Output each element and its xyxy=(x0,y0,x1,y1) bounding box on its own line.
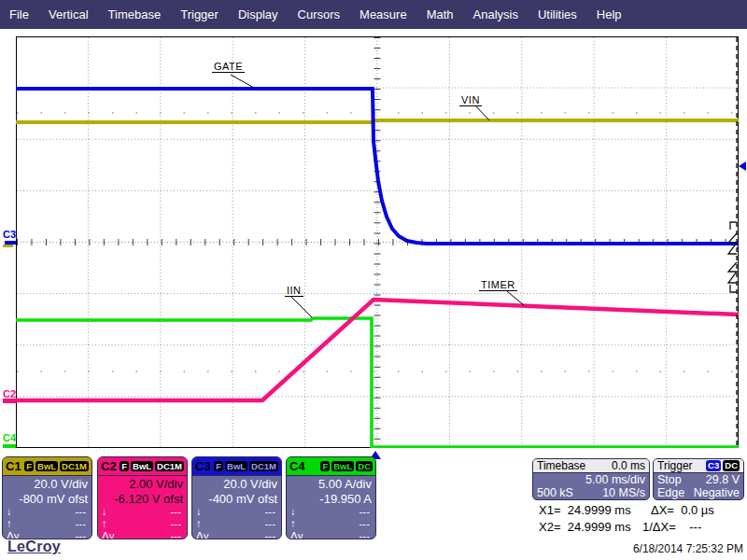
c3-header: C3 F BwL DC1M xyxy=(192,457,281,476)
c3-badge-bwl: BwL xyxy=(225,461,247,472)
c3-badge-f: F xyxy=(214,461,223,472)
max-arrow-icon: ↑ xyxy=(102,518,107,530)
datetime-display: 6/18/2014 7:25:32 PM xyxy=(633,542,743,555)
timebase-rate: 10 MS/s xyxy=(602,486,645,499)
menu-item-analysis[interactable]: Analysis xyxy=(473,7,518,21)
inv-dx-value: --- xyxy=(689,520,701,534)
x2-value: 24.9999 ms xyxy=(568,520,631,534)
c1-badge-f: F xyxy=(24,461,34,472)
c1-badge-coupling: DC1M xyxy=(60,461,89,472)
menu-item-vertical[interactable]: Vertical xyxy=(49,7,89,21)
c4-max-value: --- xyxy=(359,518,371,530)
cursor-dx-readout: ΔX= 0.0 µs xyxy=(651,503,714,517)
trigger-box[interactable]: Trigger C3 DC Stop 29.8 V Edge Negative xyxy=(653,458,744,500)
timebase-samples: 500 kS xyxy=(537,486,573,499)
channel-box-c2[interactable]: C2 F BwL DC1M 2.00 V/div -6.120 V ofst ↓… xyxy=(97,456,188,539)
menu-item-display[interactable]: Display xyxy=(238,7,278,21)
c2-zero-marker[interactable] xyxy=(3,399,16,403)
channel-box-c3[interactable]: C3 F BwL DC1M 20.0 V/div -400 mV ofst ↓-… xyxy=(191,456,282,539)
delta-y-icon: Δy xyxy=(102,530,114,539)
c3-scale: 20.0 V/div xyxy=(192,476,281,491)
c4-badge-f: F xyxy=(320,461,330,472)
c4-dy-value: --- xyxy=(359,530,371,539)
menu-item-help[interactable]: Help xyxy=(597,7,622,21)
min-arrow-icon: ↓ xyxy=(7,506,12,518)
menu-item-math[interactable]: Math xyxy=(427,7,454,21)
trigger-type: Edge xyxy=(657,486,684,499)
trigger-source-badge: C3 xyxy=(706,460,721,471)
menu-bar: File Vertical Timebase Trigger Display C… xyxy=(0,0,747,29)
c2-header: C2 F BwL DC1M xyxy=(98,457,187,476)
cursor-x2-readout: X2= 24.9999 ms xyxy=(539,520,631,534)
c2-offset: -6.120 V ofst xyxy=(98,491,187,506)
c4-min-value: --- xyxy=(359,506,371,518)
c3-min-value: --- xyxy=(265,506,276,518)
inv-dx-label: 1/ΔX= xyxy=(642,520,676,534)
c3-offset: -400 mV ofst xyxy=(192,491,281,506)
trace-iin-c4[interactable] xyxy=(16,318,739,447)
trace-timer-c2[interactable] xyxy=(16,300,739,400)
channel-box-c1[interactable]: C1 F BwL DC1M 20.0 V/div -800 mV ofst ↓-… xyxy=(2,456,92,539)
trigger-level: 29.8 V xyxy=(706,473,740,486)
timebase-box[interactable]: Timebase 0.0 ms 5.00 ms/div 500 kS 10 MS… xyxy=(532,458,650,500)
c3-dy-value: --- xyxy=(265,530,276,539)
c2-badge-f: F xyxy=(120,461,129,472)
menu-item-file[interactable]: File xyxy=(9,7,29,21)
trigger-level-marker[interactable] xyxy=(739,161,746,171)
cursor-invdx-readout: 1/ΔX= --- xyxy=(642,520,701,534)
trigger-coupling-badge: DC xyxy=(723,460,740,471)
c1-max-value: --- xyxy=(76,518,87,530)
trigger-title: Trigger xyxy=(657,459,693,472)
c3-id: C3 xyxy=(195,459,211,473)
trace-annotation-gate[interactable]: GATE xyxy=(212,61,245,73)
c4-badge-bwl: BwL xyxy=(331,461,354,472)
c4-scale: 5.00 A/div xyxy=(287,476,375,491)
lecroy-logo: LeCroy xyxy=(7,539,61,555)
c4-zero-label: C4 xyxy=(3,432,16,443)
delta-y-icon: Δy xyxy=(290,530,303,539)
c1-dy-value: --- xyxy=(76,530,87,539)
menu-item-utilities[interactable]: Utilities xyxy=(538,7,577,21)
channel-box-c4[interactable]: C4 F BwL DC 5.00 A/div -19.950 A ↓--- ↑-… xyxy=(286,456,376,539)
c4-offset: -19.950 A xyxy=(287,491,375,506)
menu-item-measure[interactable]: Measure xyxy=(359,7,407,21)
timebase-delay: 0.0 ms xyxy=(612,459,645,472)
menu-item-timebase[interactable]: Timebase xyxy=(108,7,162,21)
timebase-header: Timebase 0.0 ms xyxy=(533,459,649,473)
trace-annotation-timer[interactable]: TIMER xyxy=(479,279,517,291)
c4-id: C4 xyxy=(289,459,305,473)
c4-zero-marker[interactable] xyxy=(3,444,16,448)
timebase-title: Timebase xyxy=(537,459,585,472)
menu-item-trigger[interactable]: Trigger xyxy=(180,7,218,21)
waveform-grid: GATE VIN IIN TIMER xyxy=(16,36,739,448)
c1-zero-marker[interactable] xyxy=(3,245,13,247)
menu-item-cursors[interactable]: Cursors xyxy=(298,7,341,21)
cursor-x1-readout: X1= 24.9999 ms xyxy=(539,503,631,517)
trace-annotation-vin[interactable]: VIN xyxy=(459,94,482,106)
c1-badge-bwl: BwL xyxy=(35,461,58,472)
c4-badge-coupling: DC xyxy=(356,461,373,472)
c3-max-value: --- xyxy=(265,518,276,530)
delta-y-icon: Δy xyxy=(196,530,208,539)
trace-vin-c1[interactable] xyxy=(16,120,739,122)
c4-header: C4 F BwL DC xyxy=(287,457,375,476)
c1-offset: -800 mV ofst xyxy=(3,491,92,506)
c1-min-value: --- xyxy=(76,506,87,518)
timebase-scale: 5.00 ms/div xyxy=(585,473,645,486)
c2-id: C2 xyxy=(101,459,117,473)
c3-zero-label: C3 xyxy=(3,229,16,240)
min-arrow-icon: ↓ xyxy=(290,506,296,518)
c2-badge-bwl: BwL xyxy=(131,461,153,472)
trigger-slope: Negative xyxy=(694,486,740,499)
c1-id: C1 xyxy=(6,459,21,473)
x1-label: X1= xyxy=(539,503,561,517)
trigger-mode: Stop xyxy=(657,473,682,486)
max-arrow-icon: ↑ xyxy=(7,518,12,530)
waveform-svg xyxy=(16,36,739,448)
x-cursor-flags xyxy=(728,222,737,292)
trace-annotation-iin[interactable]: IIN xyxy=(285,285,303,297)
trigger-header: Trigger C3 DC xyxy=(654,459,743,473)
c2-badge-coupling: DC1M xyxy=(155,461,184,472)
x2-label: X2= xyxy=(539,520,561,534)
min-arrow-icon: ↓ xyxy=(102,506,107,518)
